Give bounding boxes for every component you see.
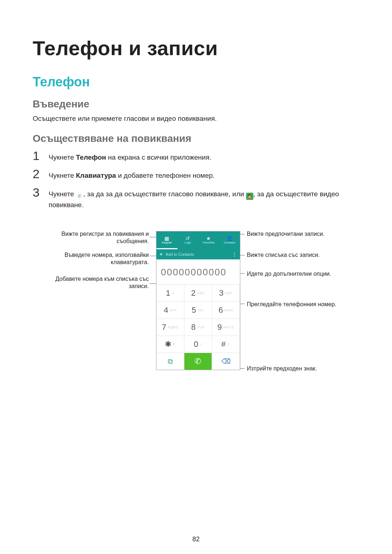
callout-contacts: Вижте списъка със записи. — [247, 251, 363, 259]
step3-mid: , за да за да осъществите гласово повикв… — [83, 190, 246, 198]
key-7[interactable]: 7PQRS — [156, 319, 184, 336]
page-title: Телефон и записи — [33, 36, 359, 60]
subsection-intro-heading: Въведение — [33, 98, 359, 110]
tab-label: Contacts — [224, 241, 235, 244]
intro-text: Осъществете или приемете гласови и видео… — [33, 114, 359, 124]
step1-post: на екрана с всички приложения. — [106, 153, 211, 161]
tab-keypad[interactable]: ▦ Keypad — [156, 231, 177, 249]
person-icon: 👤 — [226, 236, 233, 241]
step3-pre: Чукнете — [49, 190, 76, 198]
callout-keypad: Въведете номера, използвайки клавиатурат… — [44, 251, 149, 266]
add-to-contacts-row[interactable]: + Add to Contacts ⋮ — [156, 249, 240, 259]
plus-icon: + — [159, 251, 163, 257]
section-heading-phone: Телефон — [33, 74, 359, 90]
step-number: 1 — [33, 149, 44, 162]
callout-delete-char: Изтрийте предходен знак. — [247, 365, 363, 372]
step-1: 1 Чукнете Телефон на екрана с всички при… — [33, 149, 359, 163]
add-to-contacts-label: Add to Contacts — [166, 252, 194, 257]
step1-bold: Телефон — [76, 153, 106, 161]
subsection-makecall-heading: Осъществяване на повиквания — [33, 133, 359, 144]
tab-label: Favorites — [203, 241, 215, 244]
tab-favorites[interactable]: ★ Favorites — [198, 231, 219, 249]
key-5[interactable]: 5JKL — [184, 302, 212, 319]
more-options-icon[interactable]: ⋮ — [232, 251, 237, 257]
tab-logs[interactable]: ↺ Logs — [177, 231, 199, 249]
tab-label: Logs — [185, 241, 191, 244]
phone-handset-icon: ✆ — [76, 193, 83, 200]
backspace-button[interactable]: ⌫ — [212, 353, 240, 370]
callout-add-contacts: Добавете номера към списъка със записи. — [44, 275, 149, 290]
key-1[interactable]: 1∞ — [156, 285, 184, 302]
tab-contacts[interactable]: 👤 Contacts — [219, 231, 240, 249]
key-3[interactable]: 3DEF — [212, 285, 240, 302]
key-0[interactable]: 0+ — [184, 336, 212, 353]
callout-favorites: Вижте предпочитани записи. — [247, 230, 363, 238]
star-icon: ★ — [206, 236, 211, 241]
step-3: 3 Чукнете ✆, за да за да осъществите гла… — [33, 186, 359, 210]
keypad-icon: ▦ — [164, 236, 169, 241]
step-number: 2 — [33, 168, 44, 180]
tab-label: Keypad — [162, 241, 172, 244]
videocall-icon: 🙍 — [246, 193, 253, 200]
videocall-icon: ⧉ — [168, 357, 173, 366]
phone-handset-icon: ✆ — [195, 357, 201, 366]
key-8[interactable]: 8TUV — [184, 319, 212, 336]
key-4[interactable]: 4GHI — [156, 302, 184, 319]
key-hash[interactable]: #⇧ — [212, 336, 240, 353]
call-button[interactable]: ✆ — [184, 353, 212, 370]
step2-bold: Клавиатура — [76, 172, 116, 179]
step-number: 3 — [33, 186, 44, 198]
callout-view-number: Прегледайте телефонния номер. — [247, 301, 363, 308]
callout-logs: Вижте регистри за повиквания и съобщения… — [44, 230, 149, 245]
dialer-screenshot: ▦ Keypad ↺ Logs ★ Favorites 👤 Contacts + — [156, 231, 240, 370]
logs-icon: ↺ — [185, 236, 190, 241]
backspace-icon: ⌫ — [221, 357, 230, 365]
key-star[interactable]: ✱P — [156, 336, 184, 353]
step2-pre: Чукнете — [49, 172, 76, 179]
videocall-button[interactable]: ⧉ — [156, 353, 184, 370]
step1-pre: Чукнете — [49, 153, 76, 161]
step2-post: и добавете телефонен номер. — [116, 172, 215, 179]
key-6[interactable]: 6MNO — [212, 302, 240, 319]
key-2[interactable]: 2ABC — [184, 285, 212, 302]
page-number: 82 — [0, 535, 392, 543]
number-display: 00000000000 — [156, 259, 240, 285]
callout-more-options: Идете до допълнителни опции. — [247, 270, 363, 278]
step-2: 2 Чукнете Клавиатура и добавете телефоне… — [33, 168, 359, 181]
key-9[interactable]: 9WXYZ — [212, 319, 240, 336]
